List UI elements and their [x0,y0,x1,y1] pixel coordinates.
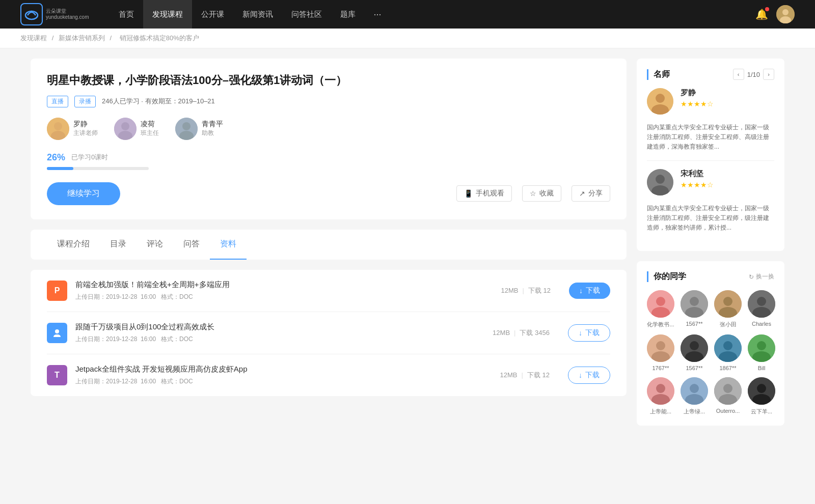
header-right: 🔔 [755,5,795,23]
pagination-next[interactable]: › [763,69,774,80]
resource-stats-2: 12MB | 下载 3456 [493,328,550,338]
teacher-2-name: 凌荷 [141,120,159,129]
resource-stats-1: 12MB | 下载 12 [501,286,551,295]
svg-point-30 [757,297,766,306]
left-content: 明星中教授课，小学阶段语法100分–强化级第1讲动词（一） 直播 录播 246人… [31,59,627,436]
student-8-avatar [748,334,775,362]
svg-point-13 [55,329,59,333]
resource-name-2: 跟随千万级项目从0到100全过程高效成长 [75,322,484,332]
teacher-3-info: 青青平 助教 [202,120,223,137]
resource-size-1: 12MB [501,287,519,294]
bell-icon[interactable]: 🔔 [755,8,768,20]
teacher-1-name: 罗静 [73,120,98,129]
breadcrumb-discover[interactable]: 发现课程 [20,34,47,42]
sidebar-teacher-1-stars: ★★★★☆ [681,100,774,108]
user-avatar[interactable] [776,5,795,23]
resource-icon-2 [47,323,67,343]
download-button-1[interactable]: ↓ 下载 [569,283,610,299]
nav-home[interactable]: 首页 [110,0,143,29]
resource-meta-3: 上传日期：2019-12-28 16:00 格式：DOC [75,377,492,386]
student-6-name: 1567** [686,365,702,371]
resource-downloads-2: 下载 3456 [520,328,550,338]
student-6-avatar [681,334,708,362]
share-icon: ↗ [579,189,585,198]
student-4-name: Charles [752,321,771,327]
svg-point-27 [723,297,732,306]
logo[interactable]: 云朵课堂 yunduoketang.com [20,3,89,25]
resource-icon-3: T [47,365,67,385]
breadcrumb-series[interactable]: 新媒体营销系列 [59,34,105,42]
students-sidebar-title: 你的同学 [647,271,686,282]
student-5: 1767** [647,334,674,371]
svg-point-33 [656,341,665,350]
mobile-icon: 📱 [464,189,473,198]
teacher-1-info: 罗静 主讲老师 [73,120,98,137]
tab-catalog[interactable]: 目录 [100,230,137,260]
student-6: 1567** [681,334,708,371]
svg-point-5 [54,122,62,130]
logo-icon [20,3,43,25]
progress-percent: 26% [47,152,65,163]
nav-discover[interactable]: 发现课程 [143,0,192,29]
student-7-avatar [714,334,742,362]
right-sidebar: 名师 ‹ 1/10 › 罗静 ★★★★☆ [637,59,784,436]
student-3: 张小田 [714,290,742,328]
resource-name-3: Jetpack全组件实战 开发短视频应用高仿皮皮虾App [75,365,492,374]
teachers-sidebar-title: 名师 [647,69,670,80]
svg-point-18 [656,175,665,184]
refresh-icon: ↻ [749,273,754,281]
student-3-avatar [714,290,742,318]
logo-text: 云朵课堂 yunduoketang.com [46,8,89,20]
svg-point-15 [656,94,665,103]
resource-list: P 前端全栈加强版！前端全栈+全周期+多端应用 上传日期：2019-12-28 … [31,270,627,396]
tab-comments[interactable]: 评论 [137,230,173,260]
nav-qa[interactable]: 问答社区 [282,0,331,29]
tab-intro[interactable]: 课程介绍 [47,230,100,260]
student-1-avatar [647,290,674,318]
download-button-3[interactable]: ↓ 下载 [568,367,610,384]
svg-point-48 [690,384,699,393]
collect-icon: ☆ [530,189,536,198]
resource-info-2: 跟随千万级项目从0到100全过程高效成长 上传日期：2019-12-28 16:… [75,322,484,344]
collect-button[interactable]: ☆ 收藏 [522,185,561,202]
nav-public[interactable]: 公开课 [192,0,233,29]
student-7: 1867** [714,334,742,371]
continue-learning-button[interactable]: 继续学习 [47,182,120,205]
sidebar-teacher-2-desc: 国内某重点大学安全工程专业硕士，国家一级注册消防工程师、注册安全工程师，级注册建… [647,204,774,233]
nav-quiz[interactable]: 题库 [331,0,365,29]
svg-point-39 [723,341,732,350]
sidebar-teacher-1-desc: 国内某重点大学安全工程专业硕士，国家一级注册消防工程师、注册安全工程师、高级注册… [647,123,774,152]
share-button[interactable]: ↗ 分享 [572,185,610,202]
resource-info-1: 前端全栈加强版！前端全栈+全周期+多端应用 上传日期：2019-12-28 16… [75,280,493,301]
mobile-watch-button[interactable]: 📱 手机观看 [456,185,512,202]
teachers-sidebar-card: 名师 ‹ 1/10 › 罗静 ★★★★☆ [637,59,784,251]
student-8: Bill [748,334,775,371]
teacher-divider [647,160,774,161]
student-12: 云下羊... [748,377,775,415]
nav-more[interactable]: ··· [365,0,391,29]
refresh-students-button[interactable]: ↻ 换一换 [749,272,774,281]
student-3-name: 张小田 [720,321,737,328]
teachers-list: 罗静 主讲老师 凌荷 班主任 [47,118,610,140]
svg-point-21 [656,297,665,306]
nav-news[interactable]: 新闻资讯 [233,0,282,29]
svg-point-24 [690,297,699,306]
pagination-current: 1/10 [747,71,760,78]
pagination-ctrl: ‹ 1/10 › [733,69,774,80]
tab-resources[interactable]: 资料 [210,230,247,260]
student-2-avatar [681,290,708,318]
tabs-card: 课程介绍 目录 评论 问答 资料 [31,230,627,260]
download-icon-3: ↓ [579,371,582,379]
sidebar-teacher-2-info: 宋利坚 ★★★★☆ [681,169,774,195]
pagination-prev[interactable]: ‹ [733,69,744,80]
svg-point-8 [121,122,129,130]
student-1-name: 化学教书... [647,321,674,328]
student-10-avatar [681,377,708,405]
download-button-2[interactable]: ↓ 下载 [568,324,610,342]
teacher-1-avatar [47,118,69,140]
progress-section: 26% 已学习0课时 [47,152,610,170]
teacher-2-info: 凌荷 班主任 [141,120,159,137]
student-8-name: Bill [758,365,766,371]
student-2: 1567** [681,290,708,328]
tab-qa[interactable]: 问答 [173,230,210,260]
